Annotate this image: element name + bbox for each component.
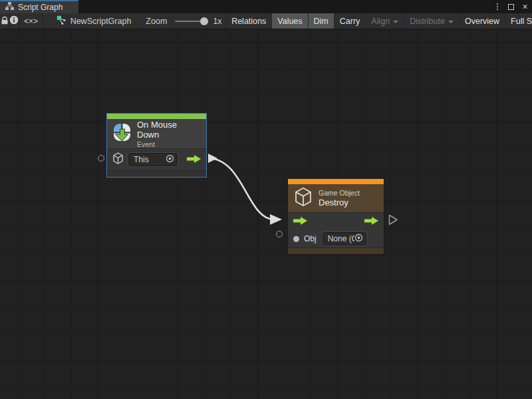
align-dropdown-button[interactable]: Align (365, 13, 404, 29)
window-controls: × (491, 0, 531, 13)
object-value-field[interactable]: None (O (323, 232, 366, 245)
zoom-value: 1x (213, 13, 221, 29)
object-value-port[interactable] (293, 236, 299, 242)
code-view-toggle-button[interactable]: <×> (19, 13, 43, 29)
chevron-down-icon (393, 21, 398, 23)
graph-name-label: NewScriptGraph (70, 17, 132, 26)
align-label: Align (371, 17, 390, 26)
event-target-input-port[interactable] (98, 155, 104, 162)
maximize-button[interactable] (505, 1, 517, 13)
target-object-value: This (134, 155, 149, 164)
maximize-icon (508, 4, 514, 10)
wire-start-arrow (208, 154, 217, 163)
node-footer (107, 170, 206, 177)
info-icon (9, 15, 19, 27)
node-destroy[interactable]: Game Object Destroy Ob (287, 178, 384, 255)
overview-label: Overview (465, 17, 499, 26)
connection-wire (0, 29, 532, 399)
window-titlebar: Script Graph × (0, 0, 532, 13)
node-title: Destroy (319, 198, 360, 207)
node-header[interactable]: Game Object Destroy (288, 184, 384, 212)
info-button[interactable] (9, 13, 19, 29)
game-object-cube-icon (294, 187, 313, 209)
node-footer (288, 247, 384, 254)
toolbar-separator (43, 13, 43, 29)
values-button[interactable]: Values (271, 13, 307, 29)
node-on-mouse-down[interactable]: On Mouse Down Event This (106, 113, 207, 178)
flow-output-port[interactable] (364, 215, 378, 227)
tab-title: Script Graph (18, 3, 63, 12)
node-category: Game Object (319, 189, 360, 197)
chevron-down-icon (448, 21, 454, 23)
fullscreen-label: Full S (511, 17, 532, 26)
destroy-flow-continue-port[interactable] (388, 214, 398, 228)
dim-label: Dim (314, 17, 329, 26)
relations-label: Relations (231, 17, 266, 26)
carry-label: Carry (340, 17, 360, 26)
wire-end-arrow (270, 214, 282, 225)
node-subtitle: Event (137, 140, 200, 148)
object-picker-icon[interactable] (354, 233, 363, 244)
event-accent-strip (107, 114, 206, 119)
graph-canvas[interactable]: On Mouse Down Event This (0, 29, 532, 399)
target-object-field[interactable]: This (128, 153, 178, 166)
graph-hierarchy-icon (5, 2, 14, 13)
close-button[interactable]: × (519, 1, 531, 13)
param-label: Obj (304, 234, 317, 243)
node-header[interactable]: On Mouse Down Event (107, 119, 206, 148)
destroy-object-input-port[interactable] (276, 231, 283, 237)
graph-breadcrumb[interactable]: NewScriptGraph (57, 13, 132, 29)
lock-button[interactable] (0, 13, 9, 29)
distribute-dropdown-button[interactable]: Distribute (404, 13, 459, 29)
overview-button[interactable]: Overview (459, 13, 505, 29)
distribute-label: Distribute (410, 17, 445, 26)
graph-toolbar: <×> NewScriptGraph Zoom 1x Relations Val… (0, 13, 532, 29)
node-ports: This (107, 148, 206, 170)
script-graph-asset-icon (57, 15, 66, 27)
node-title: On Mouse Down (137, 120, 200, 140)
destroy-accent-strip (288, 179, 384, 184)
close-icon: × (522, 2, 527, 11)
zoom-slider-thumb[interactable] (200, 17, 208, 25)
zoom-label: Zoom (146, 13, 167, 29)
vertical-dots-icon (497, 3, 498, 10)
window-menu-button[interactable] (491, 1, 503, 13)
game-object-cube-icon (112, 152, 124, 167)
fullscreen-button[interactable]: Full S (505, 13, 532, 29)
zoom-slider[interactable] (175, 13, 208, 29)
values-label: Values (277, 17, 302, 26)
object-value: None (O (328, 234, 354, 243)
dim-button[interactable]: Dim (308, 13, 334, 29)
lock-icon (1, 16, 9, 27)
carry-button[interactable]: Carry (334, 13, 366, 29)
flow-input-port[interactable] (293, 215, 307, 227)
node-ports: Obj None (O (288, 212, 384, 247)
relations-button[interactable]: Relations (226, 13, 271, 29)
object-picker-icon[interactable] (166, 154, 174, 165)
tab-script-graph[interactable]: Script Graph (0, 0, 78, 13)
code-icon: <×> (24, 17, 38, 26)
flow-output-port[interactable] (187, 154, 201, 166)
mouse-down-icon (113, 123, 131, 144)
